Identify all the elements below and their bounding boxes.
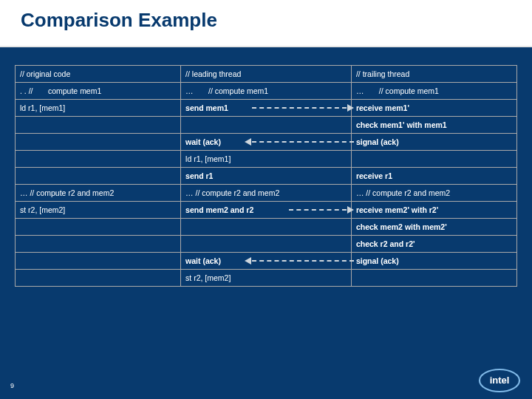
cell-send: send mem1 bbox=[181, 100, 352, 117]
cell: … // compute r2 and mem2 bbox=[181, 185, 352, 202]
cell: . . // compute mem1 bbox=[16, 83, 181, 100]
svg-text:intel: intel bbox=[490, 375, 510, 386]
table-row: ld r1, [mem1] bbox=[16, 151, 517, 168]
cell: check r2 and r2' bbox=[351, 236, 516, 253]
table-row: check mem1' with mem1 bbox=[16, 117, 517, 134]
cell: receive mem2' with r2' bbox=[351, 202, 516, 219]
comparison-table: // original code // leading thread // tr… bbox=[15, 65, 517, 287]
cell-text: // compute mem1 bbox=[208, 86, 268, 95]
table-row: send r1 receive r1 bbox=[16, 168, 517, 185]
cell bbox=[181, 219, 352, 236]
table-row: ld r1, [mem1] send mem1 receive mem1' bbox=[16, 100, 517, 117]
arrow-left-icon bbox=[245, 260, 354, 262]
cell: … // compute r2 and mem2 bbox=[16, 185, 181, 202]
cell: // original code bbox=[16, 66, 181, 83]
cell: send r1 bbox=[181, 168, 352, 185]
arrow-left-icon bbox=[245, 141, 354, 143]
intel-logo-icon: intel bbox=[477, 366, 522, 393]
table-row: . . // compute mem1 … // compute mem1 … … bbox=[16, 83, 517, 100]
arrow-right-icon bbox=[252, 107, 354, 109]
table-row: wait (ack) signal (ack) bbox=[16, 253, 517, 270]
cell bbox=[181, 117, 352, 134]
table-wrap: // original code // leading thread // tr… bbox=[0, 47, 532, 287]
table-row: check mem2 with mem2' bbox=[16, 219, 517, 236]
cell: check mem1' with mem1 bbox=[351, 117, 516, 134]
cell: ld r1, [mem1] bbox=[16, 100, 181, 117]
cell: st r2, [mem2] bbox=[16, 202, 181, 219]
cell-text: … bbox=[356, 86, 364, 95]
cell bbox=[351, 270, 516, 287]
cell-wait: wait (ack) bbox=[181, 253, 352, 270]
table-row: // original code // leading thread // tr… bbox=[16, 66, 517, 83]
cell: … // compute mem1 bbox=[351, 83, 516, 100]
cell: signal (ack) bbox=[351, 253, 516, 270]
cell: receive mem1' bbox=[351, 100, 516, 117]
cell bbox=[16, 134, 181, 151]
cell: signal (ack) bbox=[351, 134, 516, 151]
table-row: wait (ack) signal (ack) bbox=[16, 134, 517, 151]
table-row: check r2 and r2' bbox=[16, 236, 517, 253]
cell: … // compute r2 and mem2 bbox=[351, 185, 516, 202]
cell bbox=[351, 151, 516, 168]
cell-text: wait (ack) bbox=[185, 256, 221, 265]
cell: … // compute mem1 bbox=[181, 83, 352, 100]
page-number: 9 bbox=[10, 382, 14, 389]
cell-text: . . // bbox=[20, 86, 33, 95]
cell bbox=[16, 117, 181, 134]
cell: receive r1 bbox=[351, 168, 516, 185]
cell: // leading thread bbox=[181, 66, 352, 83]
cell bbox=[16, 151, 181, 168]
cell bbox=[16, 168, 181, 185]
table-row: … // compute r2 and mem2 … // compute r2… bbox=[16, 185, 517, 202]
cell bbox=[181, 236, 352, 253]
cell bbox=[16, 236, 181, 253]
cell bbox=[16, 219, 181, 236]
arrow-right-icon bbox=[289, 209, 354, 211]
cell-send: send mem2 and r2 bbox=[181, 202, 352, 219]
slide: Comparison Example // original code // l… bbox=[0, 0, 532, 399]
cell-text: // compute mem1 bbox=[379, 86, 439, 95]
cell bbox=[16, 270, 181, 287]
cell-text: send mem1 bbox=[185, 103, 228, 112]
table-row: st r2, [mem2] send mem2 and r2 receive m… bbox=[16, 202, 517, 219]
cell-text: wait (ack) bbox=[185, 137, 221, 146]
cell: ld r1, [mem1] bbox=[181, 151, 352, 168]
page-title: Comparison Example bbox=[21, 9, 217, 31]
cell-text: send mem2 and r2 bbox=[185, 205, 253, 214]
cell bbox=[16, 253, 181, 270]
cell-wait: wait (ack) bbox=[181, 134, 352, 151]
cell: check mem2 with mem2' bbox=[351, 219, 516, 236]
title-bar: Comparison Example bbox=[0, 0, 532, 47]
cell: st r2, [mem2] bbox=[181, 270, 352, 287]
table-row: st r2, [mem2] bbox=[16, 270, 517, 287]
cell: // trailing thread bbox=[351, 66, 516, 83]
cell-text: … bbox=[185, 86, 194, 95]
cell-text: compute mem1 bbox=[48, 86, 101, 95]
